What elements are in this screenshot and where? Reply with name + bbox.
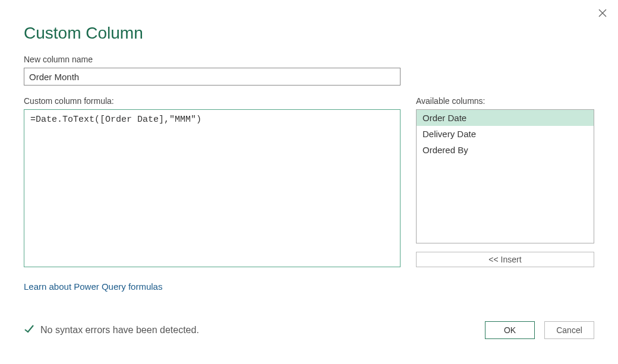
list-item[interactable]: Delivery Date <box>417 126 594 142</box>
formula-input[interactable] <box>24 109 401 267</box>
list-item[interactable]: Order Date <box>417 110 594 126</box>
close-button[interactable] <box>598 8 607 20</box>
insert-button[interactable]: << Insert <box>416 252 594 267</box>
cancel-button[interactable]: Cancel <box>544 321 594 339</box>
available-columns-list[interactable]: Order Date Delivery Date Ordered By <box>416 109 594 243</box>
learn-link[interactable]: Learn about Power Query formulas <box>24 281 162 292</box>
check-icon <box>24 324 34 337</box>
available-columns-label: Available columns: <box>416 96 594 106</box>
new-column-input[interactable] <box>24 68 401 86</box>
status-bar: No syntax errors have been detected. <box>24 324 199 337</box>
formula-label: Custom column formula: <box>24 96 401 106</box>
list-item[interactable]: Ordered By <box>417 142 594 158</box>
ok-button[interactable]: OK <box>485 321 535 339</box>
close-icon <box>598 10 607 20</box>
status-text: No syntax errors have been detected. <box>40 325 199 335</box>
dialog-title: Custom Column <box>24 24 594 43</box>
new-column-label: New column name <box>24 55 594 64</box>
